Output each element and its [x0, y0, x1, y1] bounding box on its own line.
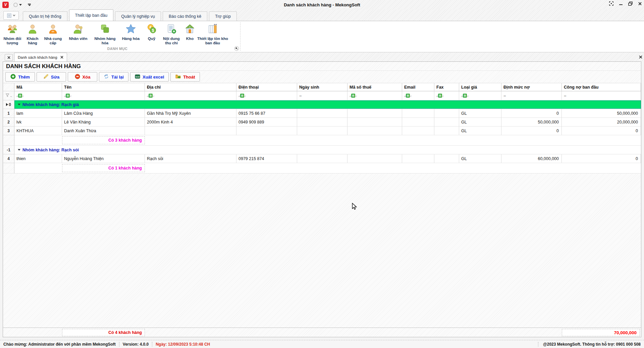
cell-ten[interactable]: Nguyễn Hoàng Thiện — [62, 154, 145, 163]
cell-cong-no-ban-dau[interactable]: 20,000,000 — [562, 118, 641, 127]
cell-ma-so-thue[interactable] — [347, 154, 402, 163]
cell-email[interactable] — [402, 118, 434, 127]
minimize-button[interactable] — [619, 1, 623, 6]
cell-ngay-sinh[interactable] — [297, 118, 347, 127]
cell-dien-thoai[interactable]: 0979 215 874 — [236, 154, 297, 163]
column-header-ten[interactable]: Tên — [62, 83, 145, 91]
close-document-button[interactable] — [5, 54, 13, 61]
group-row[interactable]: -1Nhóm khách hàng: Rạch sỏi — [3, 146, 641, 154]
cell-ngay-sinh[interactable] — [297, 127, 347, 135]
close-button[interactable] — [638, 2, 642, 6]
filter-cell-dien-thoai[interactable]: aBc — [236, 91, 297, 100]
ribbon-item-hang-hoa[interactable]: Hàng hóa — [118, 23, 144, 41]
cell-ten[interactable]: Lâm Cửa Hàng — [62, 109, 145, 118]
column-header-fax[interactable]: Fax — [434, 83, 459, 91]
ribbon-tab-quan-ly-nghiep-vu[interactable]: Quản lý nghiệp vụ — [115, 11, 161, 21]
close-panel-button[interactable] — [639, 54, 642, 60]
cell-ma[interactable]: thien — [14, 154, 62, 163]
filter-cell-dinh-muc-no[interactable]: = — [501, 91, 562, 100]
cell-cong-no-ban-dau[interactable]: 0 — [562, 127, 641, 135]
cell-loai-gia[interactable]: GL — [459, 109, 501, 118]
ribbon-tab-quan-tri-he-thong[interactable]: Quản trị hệ thống — [23, 11, 67, 21]
cell-dia-chi[interactable] — [145, 127, 236, 135]
cell-loai-gia[interactable]: GL — [459, 118, 501, 127]
column-header-email[interactable]: Email — [402, 83, 434, 91]
cell-fax[interactable] — [434, 127, 459, 135]
ribbon-item-nhan-vien[interactable]: Nhân viên — [64, 23, 92, 41]
filter-cell-ma-so-thue[interactable]: aBc — [347, 91, 402, 100]
ribbon-tab-tro-giup[interactable]: Trợ giúp — [209, 11, 237, 21]
dialog-launcher-button[interactable] — [234, 46, 239, 52]
collapse-arrow-icon[interactable] — [18, 149, 20, 151]
ribbon-item-noi-dung-thu-chi[interactable]: Nội dung thu chi — [160, 23, 183, 45]
cell-ma-so-thue[interactable] — [347, 109, 402, 118]
filter-cell-ngay-sinh[interactable]: = — [297, 91, 347, 100]
cell-ma[interactable]: lam — [14, 109, 62, 118]
filter-cell-loai-gia[interactable]: aBc — [459, 91, 501, 100]
column-header-ma-so-thue[interactable]: Mã số thuế — [347, 83, 402, 91]
xuat-excel-button[interactable]: XLSXXuất excel — [130, 72, 169, 82]
group-row[interactable]: 0Nhóm khách hàng: Rạch giá — [3, 100, 641, 109]
filter-cell-fax[interactable]: aBc — [434, 91, 459, 100]
them-button[interactable]: Thêm — [5, 72, 35, 82]
filter-cell-ma[interactable]: aBc — [14, 91, 62, 100]
fullscreen-button[interactable] — [609, 1, 613, 6]
thoat-button[interactable]: Thoát — [170, 72, 200, 82]
cell-dien-thoai[interactable] — [236, 127, 297, 135]
cell-fax[interactable] — [434, 154, 459, 163]
column-header-dien-thoai[interactable]: Điện thoại — [236, 83, 297, 91]
cell-dinh-muc-no[interactable]: 0 — [501, 127, 562, 135]
column-header-dinh-muc-no[interactable]: Định mức nợ — [501, 83, 562, 91]
cell-dia-chi[interactable]: 2000m Kinh 4 — [145, 118, 236, 127]
cell-dinh-muc-no[interactable]: 60,000,000 — [501, 154, 562, 163]
tai-lai-button[interactable]: Tải lại — [99, 72, 128, 82]
filter-cell-ten[interactable]: aBc — [62, 91, 145, 100]
filter-cell-dia-chi[interactable]: aBc — [145, 91, 236, 100]
cell-ma[interactable]: lvk — [14, 118, 62, 127]
cell-ten[interactable]: Lê Văn Kháng — [62, 118, 145, 127]
ribbon-tab-thiet-lap-ban-dau[interactable]: Thiết lập ban đầu — [69, 9, 114, 21]
cell-email[interactable] — [402, 154, 434, 163]
xoa-button[interactable]: Xóa — [68, 72, 97, 82]
cell-dinh-muc-no[interactable]: 50,000,000 — [501, 118, 562, 127]
table-row[interactable]: 3KHTHUADanh Xuân ThừaGL00 — [3, 127, 641, 135]
sua-button[interactable]: Sửa — [37, 72, 66, 82]
cell-loai-gia[interactable]: GL — [459, 154, 501, 163]
cell-dien-thoai[interactable]: 0949 909 889 — [236, 118, 297, 127]
restore-button[interactable] — [628, 1, 633, 6]
cell-dien-thoai[interactable]: 0915 75 66 87 — [236, 109, 297, 118]
ribbon-item-nhom-doi-tuong[interactable]: Nhóm đối tượng — [1, 23, 23, 45]
cell-ma-so-thue[interactable] — [347, 127, 402, 135]
cell-ngay-sinh[interactable] — [297, 154, 347, 163]
table-row[interactable]: 2lvkLê Văn Kháng2000m Kinh 40949 909 889… — [3, 118, 641, 127]
ribbon-item-khach-hang[interactable]: Khách hàng — [23, 23, 42, 45]
cell-fax[interactable] — [434, 118, 459, 127]
table-row[interactable]: 1lamLâm Cửa HàngGần Nhà Trọ Mỹ Xuyên0915… — [3, 109, 641, 118]
table-row[interactable]: 4thienNguyễn Hoàng ThiệnRạch sỏi0979 215… — [3, 154, 641, 163]
cell-fax[interactable] — [434, 109, 459, 118]
column-header-dia-chi[interactable]: Địa chỉ — [145, 83, 236, 91]
filter-cell-cong-no-ban-dau[interactable]: = — [562, 91, 641, 100]
cell-ngay-sinh[interactable] — [297, 109, 347, 118]
close-icon[interactable] — [60, 56, 63, 59]
collapse-arrow-icon[interactable] — [18, 104, 20, 105]
document-tab[interactable]: Danh sách khách hàng — [14, 53, 67, 61]
column-header-ma[interactable]: Mã — [14, 83, 62, 91]
cell-cong-no-ban-dau[interactable]: 0 — [562, 154, 641, 163]
cell-cong-no-ban-dau[interactable]: 50,000,000 — [562, 109, 641, 118]
cell-ten[interactable]: Danh Xuân Thừa — [62, 127, 145, 135]
cell-email[interactable] — [402, 127, 434, 135]
cell-email[interactable] — [402, 109, 434, 118]
cell-ma-so-thue[interactable] — [347, 118, 402, 127]
ribbon-item-nha-cung-cap[interactable]: DXNhà cung cấp — [42, 23, 64, 45]
column-header-cong-no-ban-dau[interactable]: Công nợ ban đầu — [562, 83, 641, 91]
cell-dinh-muc-no[interactable]: 0 — [501, 109, 562, 118]
column-header-ngay-sinh[interactable]: Ngày sinh — [297, 83, 347, 91]
cell-ma[interactable]: KHTHUA — [14, 127, 62, 135]
ribbon-item-nhom-hang-hoa[interactable]: Nhóm hàng hóa — [92, 23, 118, 45]
cell-dia-chi[interactable]: Rạch sỏi — [145, 154, 236, 163]
column-header-loai-gia[interactable]: Loại giá — [459, 83, 501, 91]
ribbon-item-kho[interactable]: Kho — [183, 23, 197, 41]
ribbon-item-thiet-lap-ton-kho-ban-dau[interactable]: Thiết lập tồn kho ban đầu — [197, 23, 229, 45]
ribbon-tab-bao-cao-thong-ke[interactable]: Báo cáo thống kê — [163, 11, 207, 21]
